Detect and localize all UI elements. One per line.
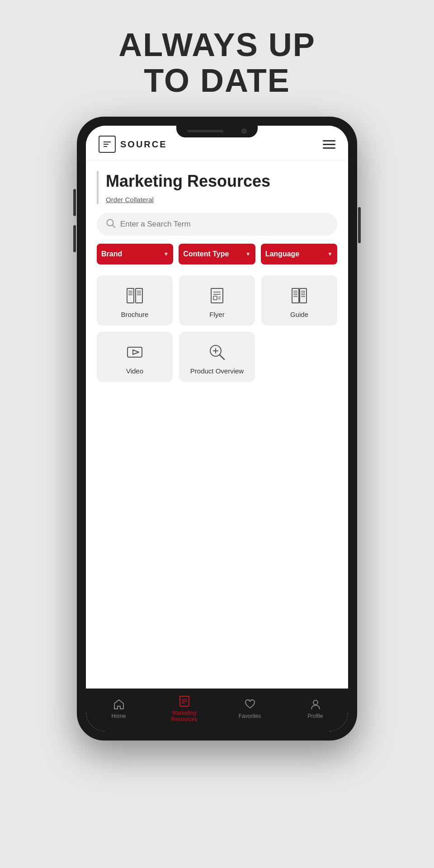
home-icon (113, 698, 125, 711)
svg-point-39 (313, 700, 318, 705)
content-type-filter-button[interactable]: Content Type ▼ (179, 244, 255, 264)
power-button (358, 207, 361, 243)
logo-icon (99, 136, 116, 153)
svg-rect-19 (292, 288, 299, 303)
brand-filter-button[interactable]: Brand ▼ (97, 244, 173, 264)
brand-filter-label: Brand (101, 250, 122, 258)
content-grid: Brochure Flyer (97, 275, 337, 382)
content-type-filter-label: Content Type (183, 250, 229, 258)
nav-marketing-resources[interactable]: MarketingResources (166, 695, 203, 723)
page-title: Marketing Resources (106, 171, 337, 191)
svg-marker-30 (133, 350, 139, 354)
marketing-resources-icon (178, 695, 191, 708)
guide-item[interactable]: Guide (261, 275, 337, 326)
nav-favorites[interactable]: Favorites (232, 698, 268, 719)
notch-camera (241, 128, 247, 134)
guide-icon (290, 286, 309, 305)
logo-text: SOURCE (120, 139, 167, 150)
hamburger-menu-button[interactable] (323, 140, 335, 149)
title-section: Marketing Resources Order Collateral (97, 171, 337, 203)
flyer-label: Flyer (209, 311, 224, 318)
logo-area: SOURCE (99, 136, 167, 153)
guide-label: Guide (290, 311, 308, 318)
favorites-nav-label: Favorites (239, 713, 261, 719)
nav-profile[interactable]: Profile (297, 698, 334, 719)
nav-home[interactable]: Home (101, 698, 137, 719)
language-filter-button[interactable]: Language ▼ (261, 244, 337, 264)
search-bar (97, 213, 337, 236)
svg-rect-16 (213, 296, 217, 300)
svg-rect-20 (300, 288, 307, 303)
phone-notch (176, 126, 258, 137)
language-filter-label: Language (265, 250, 300, 258)
svg-rect-5 (127, 288, 134, 303)
phone-screen: SOURCE Marketing Resources Order Collate… (86, 126, 348, 731)
search-input[interactable] (120, 220, 328, 229)
svg-rect-29 (127, 347, 142, 357)
filter-row: Brand ▼ Content Type ▼ Language ▼ (97, 244, 337, 264)
language-chevron-icon: ▼ (327, 251, 333, 257)
headline-line2: TO DATE (144, 62, 290, 99)
profile-icon (309, 698, 322, 711)
page-headline: ALWAYS UP TO DATE (118, 27, 315, 99)
flyer-icon (208, 286, 226, 305)
vol-up-button (73, 189, 76, 216)
bottom-navigation: Home MarketingResources Favorites (86, 689, 348, 732)
brand-chevron-icon: ▼ (163, 251, 169, 257)
headline-line1: ALWAYS UP (118, 27, 315, 63)
svg-rect-13 (211, 288, 223, 303)
main-content: Marketing Resources Order Collateral Bra… (86, 160, 348, 688)
video-label: Video (126, 367, 143, 375)
brochure-icon (125, 286, 144, 305)
marketing-resources-nav-label: MarketingResources (171, 710, 197, 723)
brochure-label: Brochure (121, 311, 149, 318)
product-overview-label: Product Overview (190, 367, 244, 375)
video-icon (125, 343, 144, 362)
home-nav-label: Home (111, 713, 126, 719)
svg-line-32 (220, 355, 224, 359)
search-icon (106, 218, 116, 230)
svg-line-4 (113, 225, 115, 227)
phone-frame: SOURCE Marketing Resources Order Collate… (77, 117, 357, 741)
brochure-item[interactable]: Brochure (97, 275, 173, 326)
vol-down-button (73, 225, 76, 252)
flyer-item[interactable]: Flyer (179, 275, 255, 326)
content-type-chevron-icon: ▼ (245, 251, 251, 257)
video-item[interactable]: Video (97, 332, 173, 382)
profile-nav-label: Profile (307, 713, 323, 719)
svg-rect-6 (136, 288, 142, 303)
favorites-icon (244, 698, 256, 711)
product-overview-icon (208, 343, 226, 362)
notch-speaker (187, 130, 223, 132)
order-collateral-link[interactable]: Order Collateral (106, 196, 154, 203)
product-overview-item[interactable]: Product Overview (179, 332, 255, 382)
